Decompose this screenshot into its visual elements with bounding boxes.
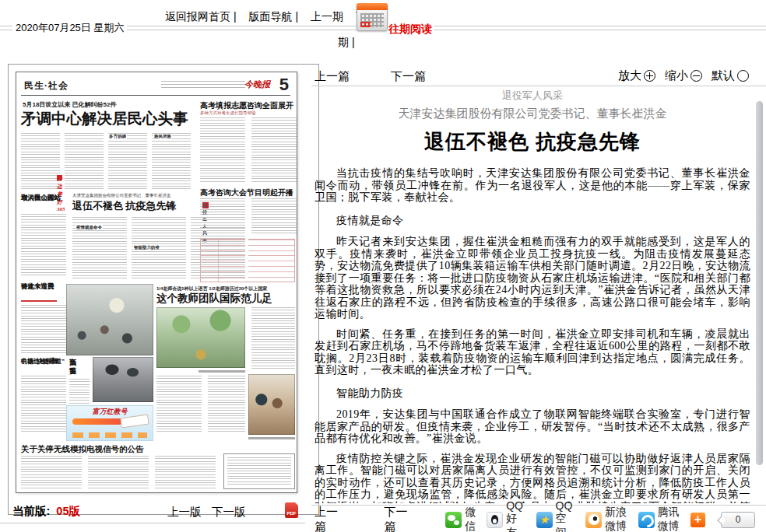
zoom-out-icon [690, 70, 702, 82]
zoom-default-button[interactable]: 默认 [712, 68, 749, 83]
masthead-info-text [161, 81, 245, 90]
zoom-out-button[interactable]: 缩小 [665, 68, 702, 83]
tencent-weibo-icon [638, 512, 655, 528]
next-article-link-bottom[interactable]: 下一篇 [385, 505, 412, 532]
park-photo-caption [199, 370, 245, 373]
paper-logo: 今晚报 [244, 79, 270, 90]
article-subtitle: 天津安达集团股份有限公司党委书记、董事长崔洪金 [314, 107, 750, 121]
pdf-icon[interactable] [285, 502, 298, 518]
epaper-screen: 2020年07月25日 星期六 返回报网首页 | 版面导航 | 上一期 下一 期… [0, 0, 766, 532]
exam1-headline[interactable]: 高考填报志愿咨询全面展开 [200, 100, 293, 111]
nav-layout-link[interactable]: 版面导航 | [249, 10, 299, 24]
paper-section-label: 民生·社会 [24, 79, 69, 93]
zoom-default-icon [737, 70, 749, 82]
share-bar: 上一篇 下一篇 微信 QQ好友 QQ空间 新浪微博 腾讯微博 [314, 509, 755, 530]
teacher-text-bottom [156, 376, 245, 432]
qq-icon [487, 512, 503, 528]
main-subhead-2: 急民所急 [153, 134, 172, 139]
library-photo [248, 374, 295, 435]
article-paragraph: 时间紧、任务重，在接到任务的第一时间，崔洪金立即安排司机和车辆，凌晨就出发赶到石… [314, 328, 750, 376]
veteran-subhead-1: 疫情就是命令 [76, 225, 103, 230]
share-qzone-button[interactable]: QQ空间 [536, 499, 574, 532]
article-section-heading: 疫情就是命令 [314, 215, 750, 227]
article-scrollbar-thumb[interactable] [756, 101, 763, 465]
share-more-button[interactable] [690, 513, 705, 527]
prev-article-link-bottom[interactable]: 上一篇 [314, 505, 342, 532]
ad-banner [72, 418, 122, 425]
veteran-kicker: 天津安达集团股份有限公司党委书记、董事长崔洪金 [72, 193, 171, 198]
article-top-divider [311, 86, 766, 86]
veteran-subhead-2: 智能助力防疫 [133, 245, 160, 250]
card-text [21, 305, 66, 353]
share-count[interactable]: 0 [721, 512, 755, 528]
sina-weibo-icon [585, 512, 602, 528]
newspaper-panel: 民生·社会 今晚报 5 5月18日设立以来 已化解纠纷52件 矛调中心解决居民心… [8, 64, 319, 515]
next-article-link-top[interactable]: 下一篇 [391, 69, 426, 84]
share-sina-weibo-button[interactable]: 新浪微博 [585, 506, 627, 532]
notice-headline[interactable]: 关于关停无线模拟电视信号的公告 [21, 444, 144, 455]
exam1-text [200, 117, 297, 183]
article-paragraph: 昨天记者来到安达集团，握住崔洪金粗糙而强有力的双手就能感受到，这是军人的双手。疫… [314, 236, 750, 320]
wechat-icon [445, 512, 462, 528]
paper-masthead: 民生·社会 今晚报 5 [21, 76, 290, 96]
article-paragraph: 当抗击疫情的集结号吹响时，天津安达集团股份有限公司党委书记、董事长崔洪金闻令而动… [314, 167, 750, 204]
article-kicker: 退役军人风采 [314, 89, 750, 103]
notice-text [21, 456, 217, 488]
bus-text [21, 214, 66, 278]
prev-page-link[interactable]: 上一版 [167, 505, 202, 520]
archive-link[interactable]: 往期阅读 [387, 23, 434, 37]
share-tencent-weibo-button[interactable]: 腾讯微博 [638, 506, 680, 532]
article-title: 退伍不褪色 抗疫急先锋 [314, 128, 750, 156]
footer-divider [0, 523, 305, 523]
library-photo-caption [248, 437, 295, 439]
calendar-icon[interactable] [357, 3, 388, 31]
veteran-headline[interactable]: 退伍不褪色 抗疫急先锋 [72, 199, 177, 213]
article-section-heading: 智能助力防疫 [314, 387, 750, 400]
prev-article-link-top[interactable]: 上一篇 [314, 69, 350, 84]
current-page-value: 05版 [56, 505, 80, 517]
qzone-icon [536, 512, 553, 528]
airport-text [21, 376, 66, 433]
main-article-headline[interactable]: 矛调中心解决居民心头事 [21, 108, 188, 129]
paper-page-number: 5 [279, 75, 289, 95]
next-issue-link-wrap[interactable]: 期 | [338, 36, 355, 50]
nav-home-link[interactable]: 返回报网首页 | [165, 10, 237, 24]
date-text: 2020年07月25日 星期六 [12, 21, 127, 35]
bottom-right-box [223, 453, 295, 489]
article-paragraph: 2019年，安达集团与中国联通合作成立了物联网智能终端联合实验室，专门进行智能居… [314, 408, 750, 445]
current-page-label: 当前版:05版 [12, 504, 80, 519]
park-photo [156, 307, 245, 368]
main-article-text [21, 133, 194, 189]
next-page-link[interactable]: 下一版 [212, 505, 246, 520]
newspaper-page[interactable]: 民生·社会 今晚报 5 5月18日设立以来 已化解纠纷52件 矛调中心解决居民心… [16, 72, 297, 493]
exam1-subhead: 多种方式对考生进行指导帮助 [200, 110, 256, 116]
share-more-icon [690, 513, 705, 527]
card-red-note [21, 300, 57, 302]
article-view: 退役军人风采 天津安达集团股份有限公司党委书记、董事长崔洪金 退伍不褪色 抗疫急… [314, 87, 750, 503]
article-paragraph: 疫情防控关键之际，崔洪金发现企业研发的智能门磁可以协助做好返津人员居家隔离工作。… [314, 453, 750, 504]
street-photo [66, 284, 153, 355]
exam2-headline[interactable]: 高考咨询大会节目明起开播 [200, 187, 293, 198]
ad-badges [72, 432, 147, 438]
ad-block[interactable]: 富万红教号 [66, 405, 153, 441]
teacher-headline[interactable]: 这个教师团队国际范儿足 [156, 292, 272, 306]
zoom-controls: 放大 缩小 默认 [618, 68, 749, 83]
zoom-in-button[interactable]: 放大 [618, 68, 655, 83]
share-qq-button[interactable]: QQ好友 [487, 499, 525, 532]
top-nav: 返回报网首页 | 版面导航 | 上一期 下一 [162, 10, 381, 24]
teacher-text-right [251, 307, 295, 369]
main-subhead-1: 多方协调 [108, 134, 127, 139]
umbrella-photo [93, 357, 153, 402]
share-wechat-button[interactable]: 微信 [445, 506, 476, 532]
zoom-in-icon [644, 70, 655, 82]
prev-issue-link[interactable]: 上一期 [311, 10, 343, 24]
